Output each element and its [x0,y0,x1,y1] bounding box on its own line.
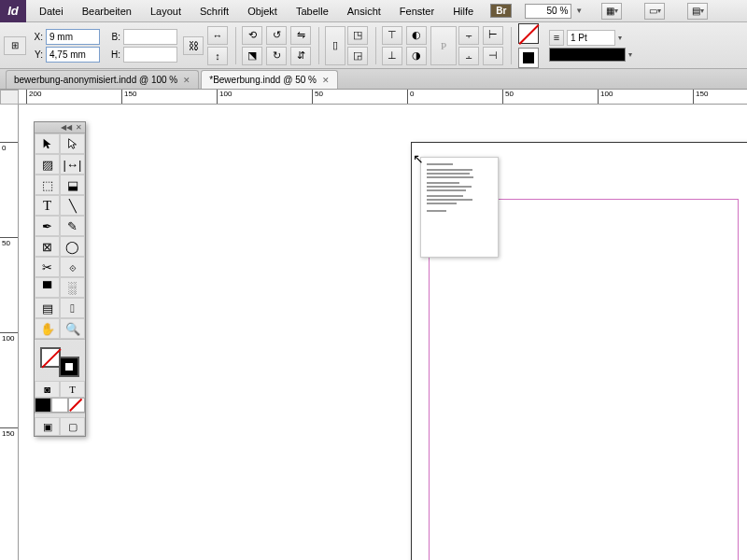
direct-selection-tool[interactable] [60,133,85,154]
menu-fenster[interactable]: Fenster [390,0,444,22]
document-tab-1[interactable]: bewerbung-anonymisiert.indd @ 100 %✕ [6,70,199,89]
bridge-badge[interactable]: Br [490,4,512,18]
stroke-weight-icon: ≡ [549,30,564,46]
x-label: X: [30,32,43,42]
close-icon[interactable]: ✕ [76,123,82,132]
stroke-black-icon[interactable] [517,47,540,69]
tab-label: *Bewerbung.indd @ 50 % [209,75,317,85]
hand-tool[interactable]: ✋ [35,318,60,339]
tab-label: bewerbung-anonymisiert.indd @ 100 % [14,75,177,85]
scale-y-icon[interactable]: ↕ [207,47,228,65]
page-tool[interactable]: ▨ [35,154,60,175]
menu-layout[interactable]: Layout [141,0,190,22]
note-tool[interactable]: ▤ [35,298,60,318]
workspace: 0 50 100 150 ↖ [0,105,747,560]
free-transform-tool[interactable]: ⟐ [60,257,85,277]
align-bottom-icon[interactable]: ⊥ [382,47,402,65]
document-canvas[interactable]: ↖ [19,105,747,560]
align-left-icon[interactable]: ⊢ [483,26,503,45]
ellipse-tool[interactable]: ◯ [60,236,85,257]
close-icon[interactable]: ✕ [322,76,330,85]
scissors-tool[interactable]: ✂ [35,257,60,277]
corner-radius-icon[interactable]: ◲ [347,47,368,65]
rotate-ccw-icon[interactable]: ↺ [266,26,287,45]
menu-tabelle[interactable]: Tabelle [287,0,338,22]
fill-color-icon[interactable] [40,347,61,368]
x-position-input[interactable] [46,29,100,45]
rectangle-frame-tool[interactable]: ⊠ [35,236,60,257]
horizontal-ruler[interactable]: 200 150 100 50 0 50 100 150 [19,90,747,105]
screen-mode-button[interactable]: ▭▾ [644,3,665,20]
arrange-documents-button[interactable]: ▤▾ [687,3,708,20]
menu-bearbeiten[interactable]: Bearbeiten [73,0,141,22]
pencil-tool[interactable]: ✎ [60,216,85,236]
align-top-icon[interactable]: ⊤ [382,26,402,45]
line-tool[interactable]: ╲ [60,195,85,216]
formatting-text-icon[interactable]: T [60,381,85,398]
w-label: B: [107,32,120,42]
width-input[interactable] [123,29,177,45]
reference-point-icon[interactable]: ⊞ [4,36,26,55]
text-wrap2-icon[interactable]: ◑ [406,47,427,65]
zoom-tool[interactable]: 🔍 [60,318,85,339]
stroke-weight-input[interactable] [567,30,615,46]
menu-objekt[interactable]: Objekt [238,0,287,22]
stroke-weight-dropdown-icon[interactable]: ▾ [618,34,622,42]
apply-none-icon[interactable] [68,398,85,413]
shear-icon[interactable]: ⬔ [242,47,262,65]
selection-tool[interactable] [35,133,60,154]
menu-ansicht[interactable]: Ansicht [338,0,390,22]
menubar: Id Datei Bearbeiten Layout Schrift Objek… [0,0,747,22]
preview-view-icon[interactable]: ▢ [60,417,85,436]
collapse-icon[interactable]: ◀◀ [61,123,72,132]
y-position-input[interactable] [46,47,100,63]
content-placer-tool[interactable]: ⬓ [60,175,85,195]
corner-options-icon[interactable]: ◳ [347,26,368,45]
eyedropper-tool[interactable]: 𓄃 [60,298,85,318]
app-icon: Id [0,0,26,22]
apply-gradient-icon[interactable] [51,398,68,413]
placed-content-preview[interactable] [420,157,499,258]
view-options-button[interactable]: ▦▾ [601,3,622,20]
close-icon[interactable]: ✕ [183,76,190,85]
vertical-ruler[interactable]: 0 50 100 150 [0,105,19,560]
menu-hilfe[interactable]: Hilfe [444,0,483,22]
fill-stroke-swatch[interactable] [35,343,85,381]
select-container-icon[interactable]: ▯ [325,26,345,65]
menu-datei[interactable]: Datei [30,0,73,22]
formatting-container-icon[interactable]: ◙ [35,381,60,398]
tools-panel[interactable]: ◀◀✕ ▨ |↔| ⬚ ⬓ T ╲ ✒ ✎ ⊠ ◯ ✂ ⟐ ▀ ░ ▤ 𓄃 ✋ … [34,121,86,437]
stroke-color-icon[interactable] [59,357,79,377]
align-right-icon[interactable]: ⊣ [483,47,503,65]
zoom-dropdown-icon[interactable]: ▼ [575,7,583,15]
paragraph-style-icon[interactable]: P [430,26,457,65]
place-cursor-icon: ↖ [413,151,424,166]
apply-color-icon[interactable] [35,398,51,413]
constrain-proportions-icon[interactable]: ⛓ [183,36,204,55]
stroke-style-dropdown[interactable] [549,48,626,62]
gradient-feather-tool[interactable]: ░ [60,277,85,298]
normal-view-icon[interactable]: ▣ [35,417,60,436]
gradient-swatch-tool[interactable]: ▀ [35,277,60,298]
scale-x-icon[interactable]: ↔ [207,26,228,45]
distribute-v-icon[interactable]: ⫠ [458,47,479,65]
menu-schrift[interactable]: Schrift [190,0,238,22]
fill-none-icon[interactable] [517,22,540,45]
flip-h-icon[interactable]: ⇋ [290,26,311,45]
content-collector-tool[interactable]: ⬚ [35,175,60,195]
rotate-cw-icon[interactable]: ↻ [266,47,287,65]
distribute-h-icon[interactable]: ⫟ [458,26,479,45]
y-label: Y: [30,49,43,60]
panel-header[interactable]: ◀◀✕ [35,122,85,133]
zoom-level-input[interactable] [525,4,571,19]
document-tab-2[interactable]: *Bewerbung.indd @ 50 %✕ [201,70,338,89]
height-input[interactable] [123,47,177,63]
rotate-icon[interactable]: ⟲ [242,26,262,45]
flip-v-icon[interactable]: ⇵ [290,47,311,65]
control-bar: ⊞ X: Y: B: H: ⛓ ↔↕ ⟲⬔ ↺↻ ⇋⇵ ▯ ◳◲ ⊤⊥ ◐◑ P… [0,22,747,69]
pen-tool[interactable]: ✒ [35,216,60,236]
gap-tool[interactable]: |↔| [60,154,85,175]
type-tool[interactable]: T [35,195,60,216]
ruler-origin[interactable] [0,90,19,105]
text-wrap-icon[interactable]: ◐ [406,26,427,45]
